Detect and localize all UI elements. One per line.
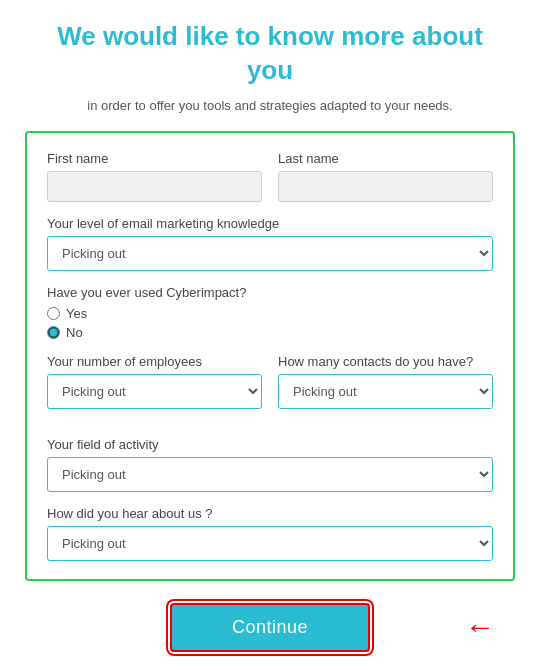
last-name-input[interactable] [278, 171, 493, 202]
employees-select[interactable]: Picking out [47, 374, 262, 409]
continue-button[interactable]: Continue [170, 603, 370, 652]
page-title: We would like to know more about you [40, 20, 500, 88]
employees-label: Your number of employees [47, 354, 262, 369]
form-container: First name Last name Your level of email… [25, 131, 515, 581]
yes-option[interactable]: Yes [47, 306, 493, 321]
last-name-label: Last name [278, 151, 493, 166]
first-name-label: First name [47, 151, 262, 166]
name-row: First name Last name [47, 151, 493, 202]
first-name-group: First name [47, 151, 262, 202]
last-name-group: Last name [278, 151, 493, 202]
heard-group: How did you hear about us ? Picking out [47, 506, 493, 561]
no-label: No [66, 325, 83, 340]
arrow-icon: ← [465, 610, 495, 644]
page-subtitle: in order to offer you tools and strategi… [87, 98, 452, 113]
activity-group: Your field of activity Picking out [47, 437, 493, 492]
contacts-label: How many contacts do you have? [278, 354, 493, 369]
employees-group: Your number of employees Picking out [47, 354, 262, 409]
contacts-group: How many contacts do you have? Picking o… [278, 354, 493, 423]
email-knowledge-group: Your level of email marketing knowledge … [47, 216, 493, 271]
no-radio[interactable] [47, 326, 60, 339]
heard-label: How did you hear about us ? [47, 506, 493, 521]
bottom-section: Continue ← [25, 603, 515, 652]
yes-label: Yes [66, 306, 87, 321]
cyberimpact-label: Have you ever used Cyberimpact? [47, 285, 493, 300]
yes-radio[interactable] [47, 307, 60, 320]
first-name-input[interactable] [47, 171, 262, 202]
activity-label: Your field of activity [47, 437, 493, 452]
employees-contacts-row: Your number of employees Picking out How… [47, 354, 493, 423]
email-knowledge-select[interactable]: Picking out [47, 236, 493, 271]
email-knowledge-label: Your level of email marketing knowledge [47, 216, 493, 231]
activity-select[interactable]: Picking out [47, 457, 493, 492]
cyberimpact-group: Have you ever used Cyberimpact? Yes No [47, 285, 493, 340]
contacts-select[interactable]: Picking out [278, 374, 493, 409]
heard-select[interactable]: Picking out [47, 526, 493, 561]
no-option[interactable]: No [47, 325, 493, 340]
